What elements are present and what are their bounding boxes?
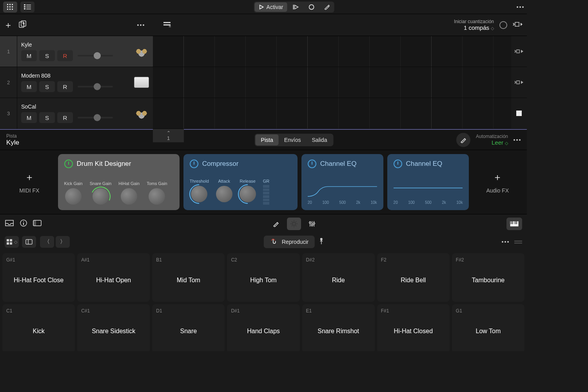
activate-button[interactable]: Activar [255,2,287,12]
grid-view-icon[interactable] [3,2,17,13]
knob-label: Threshold [190,179,209,183]
mute-button[interactable]: M [21,81,37,92]
knob[interactable] [121,188,137,205]
drum-pad[interactable]: D1Snare [152,304,225,351]
sidebar-icon[interactable] [33,220,42,227]
solo-button[interactable]: S [39,50,55,61]
plugin-channel-eq[interactable]: Channel EQ 201005002k10k [387,154,469,210]
drum-pad[interactable]: F#1Hi-Hat Closed [377,304,450,351]
drum-pad[interactable]: B1Mid Tom [152,253,225,302]
next-button[interactable]: 〉 [56,236,70,248]
edit-mode-button[interactable] [320,3,333,11]
mute-button[interactable]: M [21,50,37,61]
mute-button[interactable]: M [21,112,37,123]
power-icon[interactable] [190,160,198,168]
tab-pista[interactable]: Pista [256,134,279,145]
eq-curve-display [394,183,463,199]
velocity-icon[interactable] [319,238,324,247]
knob[interactable] [191,186,207,202]
knob[interactable] [240,186,256,202]
keyboard-icon[interactable] [506,218,522,230]
track-row[interactable]: 2 Modern 808 M S R [0,67,153,98]
scene-stop-button[interactable] [511,98,527,129]
drum-pad[interactable]: D#1Hand Claps [227,304,299,351]
edit-button[interactable] [456,133,470,147]
inbox-icon[interactable] [5,220,14,228]
more-options-icon[interactable] [502,241,509,243]
volume-slider[interactable] [78,86,113,87]
prev-button[interactable]: 〈 [40,236,54,248]
knob[interactable] [65,188,82,205]
drum-pad[interactable]: C2High Tom [227,253,299,302]
automation-selector[interactable]: Automatización Leer◇ [476,134,508,146]
more-options-icon[interactable] [514,139,521,141]
drag-handle-icon[interactable] [514,241,522,243]
scene-play-button[interactable] [511,36,527,67]
drum-pad[interactable]: A#1Hi-Hat Open [77,253,150,302]
solo-button[interactable]: S [39,81,55,92]
add-track-button[interactable]: ＋ [4,19,13,31]
quantize-display[interactable]: Iniciar cuantización 1 compás◇ [454,19,494,31]
svg-rect-22 [515,22,519,26]
plugin-channel-eq[interactable]: Channel EQ 201005002k10k [301,154,383,210]
add-audio-fx-button[interactable]: ＋ Audio FX [473,171,522,194]
plugin-drum-kit-designer[interactable]: Drum Kit Designer Kick Gain Snare Gain H… [58,154,180,210]
brightness-tool-icon[interactable] [287,218,301,230]
pad-split-view-icon[interactable] [22,236,36,248]
add-midi-fx-button[interactable]: ＋ MIDI FX [5,171,54,194]
power-icon[interactable] [64,160,73,168]
play-from-start-button[interactable] [289,3,303,11]
svg-line-38 [292,225,292,226]
record-enable-button[interactable]: R [57,81,73,92]
scene-play-button[interactable] [511,67,527,98]
region-toggle-icon[interactable]: R [163,21,171,29]
more-options-icon[interactable] [517,6,524,8]
track-options-icon[interactable] [137,24,144,26]
pad-grid-view-icon[interactable]: ◇ [5,236,19,248]
drum-pad[interactable]: C1Kick [2,304,75,351]
record-enable-button[interactable]: R [57,112,73,123]
track-headers: 1 Kyle M S R 2 Modern 808 M S R [0,36,153,129]
volume-slider[interactable] [78,117,113,118]
knob[interactable] [216,186,232,202]
svg-rect-10 [26,5,31,5]
record-enable-button[interactable]: R [57,50,73,61]
volume-slider[interactable] [78,55,113,56]
tab-salida[interactable]: Salida [307,134,333,145]
tab-envios[interactable]: Envíos [279,134,307,145]
knob[interactable] [149,188,165,205]
info-icon[interactable] [20,219,27,228]
record-button[interactable] [304,2,318,12]
cycle-play-icon[interactable] [513,21,523,29]
plugin-compressor[interactable]: Compressor Threshold Attack Release GR [183,154,298,210]
track-row[interactable]: 1 Kyle M S R [0,36,153,67]
drum-pad[interactable]: G1Low Tom [452,304,524,351]
solo-button[interactable]: S [39,112,55,123]
drum-pad[interactable]: D#2Ride [302,253,375,302]
knob[interactable] [93,188,109,205]
svg-line-36 [296,225,296,226]
pencil-tool-icon[interactable] [269,218,283,230]
bar-ruler[interactable]: ⌃ 1 [153,129,184,142]
drum-pad[interactable]: F2Ride Bell [377,253,450,302]
arrangement-area[interactable]: ⌃ 1 [153,36,511,129]
power-icon[interactable] [394,160,402,168]
duplicate-track-button[interactable] [19,20,27,29]
list-view-icon[interactable] [20,2,34,13]
mixer-tool-icon[interactable] [305,218,319,230]
track-row[interactable]: 3 SoCal M S R [0,98,153,129]
loop-indicator-icon[interactable] [499,21,507,29]
track-number: 2 [0,67,17,98]
drum-pad[interactable]: F#2Tambourine [452,253,524,302]
scene-launch-column [511,36,527,129]
drum-pad[interactable]: E1Snare Rimshot [302,304,375,351]
svg-point-16 [309,5,314,9]
svg-rect-9 [24,4,25,5]
drum-pad[interactable]: G#1Hi-Hat Foot Close [2,253,75,302]
power-icon[interactable] [308,160,316,168]
drum-pad[interactable]: C#1Snare Sidestick [77,304,150,351]
knob-label: Kick Gain [64,181,83,186]
reproduce-label: Reproducir [282,239,309,245]
drum-kit-icon [134,46,149,57]
reproduce-button[interactable]: Reproducir [264,236,315,248]
